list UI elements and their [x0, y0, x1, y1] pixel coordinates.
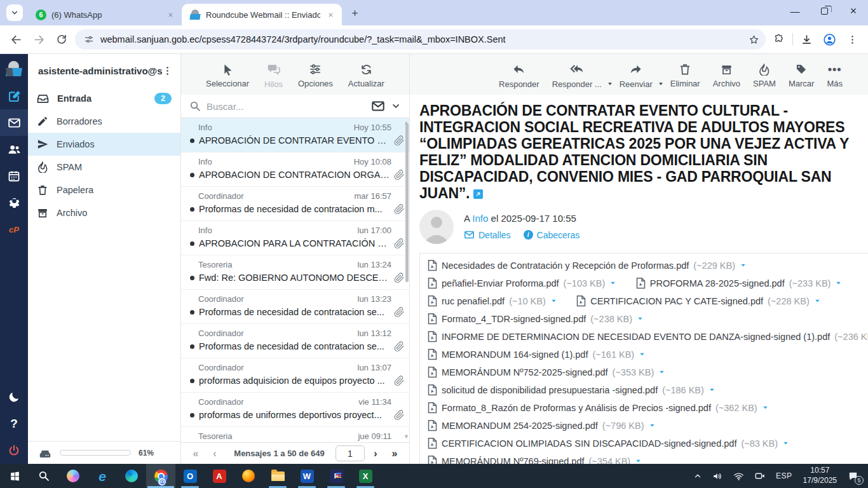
- attachment-chip[interactable]: Formato_8_Razón de Proformas y Análisis …: [428, 402, 769, 414]
- site-settings-icon[interactable]: [84, 34, 94, 44]
- prev-page-button[interactable]: ‹: [207, 448, 223, 459]
- contacts-nav-button[interactable]: [0, 136, 28, 163]
- attachment-menu-icon[interactable]: [835, 280, 842, 287]
- tray-expand-icon[interactable]: [689, 464, 707, 488]
- account-menu-icon[interactable]: [162, 65, 173, 76]
- attachment-chip[interactable]: ruc penafiel.pdf(~10 KB): [428, 295, 557, 308]
- attachment-menu-icon[interactable]: [709, 386, 715, 393]
- attachment-chip[interactable]: CERTIFICACION PAC Y CATE-signed.pdf(~228…: [576, 295, 821, 308]
- logout-icon[interactable]: [0, 437, 28, 464]
- scroll-down-icon[interactable]: ▼: [403, 433, 409, 440]
- folder-archivo[interactable]: Archivo: [28, 201, 180, 224]
- attachment-chip[interactable]: solicitud de disponibilidad presupuestar…: [428, 384, 715, 396]
- acrobat-icon[interactable]: A: [205, 464, 234, 488]
- forward-button[interactable]: Reenviar: [620, 63, 653, 89]
- mail-nav-button[interactable]: [0, 109, 28, 136]
- reload-button[interactable]: [52, 30, 71, 49]
- minimize-button[interactable]: —: [780, 0, 810, 22]
- close-window-button[interactable]: [839, 0, 868, 22]
- folder-enviados[interactable]: Enviados: [28, 133, 180, 156]
- message-row[interactable]: Infolun 17:00 APROBACION PARA LA CONTRAT…: [181, 221, 409, 255]
- volume-icon[interactable]: [708, 464, 728, 488]
- attachment-menu-icon[interactable]: [609, 280, 616, 287]
- message-row[interactable]: Coordinadorlun 13:07 proformas adquisici…: [181, 358, 409, 393]
- reply-all-button[interactable]: Responder ...: [552, 62, 602, 89]
- first-page-button[interactable]: «: [187, 448, 204, 459]
- headers-button[interactable]: iCabeceras: [524, 230, 580, 240]
- archive-button[interactable]: Archivo: [713, 64, 740, 88]
- spam-button[interactable]: SPAM: [753, 64, 776, 88]
- new-tab-button[interactable]: [346, 4, 363, 22]
- reply-all-dropdown-icon[interactable]: [607, 81, 613, 87]
- tab-roundcube[interactable]: Roundcube Webmail :: Enviados: [182, 4, 342, 25]
- folder-entrada[interactable]: Entrada 2: [28, 87, 180, 110]
- open-in-new-window-icon[interactable]: [473, 189, 483, 199]
- attachment-chip[interactable]: Necesidades de Contratación y Recepción …: [428, 259, 747, 272]
- wifi-icon[interactable]: [729, 464, 749, 488]
- mark-button[interactable]: Marcar: [789, 63, 814, 88]
- folder-papelera[interactable]: Papelera: [28, 179, 180, 201]
- last-page-button[interactable]: »: [386, 448, 403, 459]
- attachment-menu-icon[interactable]: [639, 351, 646, 358]
- threads-button[interactable]: Hilos: [264, 63, 283, 89]
- start-button[interactable]: [0, 464, 29, 488]
- file-explorer-icon[interactable]: [263, 464, 292, 488]
- darkmode-icon[interactable]: [0, 384, 28, 410]
- attachment-chip[interactable]: CERTIFICACION OLIMPIADAS SIN DISCAPACIDA…: [428, 437, 789, 450]
- attachment-chip[interactable]: MEMORÁNDUM Nº769-signed.pdf(~354 KB): [428, 455, 642, 464]
- chrome-icon[interactable]: [146, 464, 175, 488]
- attachment-chip[interactable]: MEMORÁNDUM Nº752-2025-signed.pdf(~353 KB…: [428, 366, 665, 379]
- extensions-icon[interactable]: [770, 30, 789, 49]
- more-button[interactable]: •••Más: [827, 63, 843, 88]
- folder-borradores[interactable]: Borradores: [28, 110, 180, 133]
- options-button[interactable]: Opciones: [298, 63, 333, 88]
- message-row[interactable]: InfoHoy 10:55 APROBACIÓN DE CONTRATAR EV…: [181, 118, 409, 152]
- close-tab-icon[interactable]: [325, 10, 336, 20]
- search-input[interactable]: [207, 101, 365, 112]
- forward-dropdown-icon[interactable]: [658, 81, 664, 87]
- forward-button[interactable]: [29, 30, 48, 49]
- message-row[interactable]: Tesorerialun 13:24 Fwd: Re: GOBIERNO AUT…: [181, 255, 409, 290]
- message-row[interactable]: Coordinadormar 16:57 Proformas de necesi…: [181, 187, 409, 221]
- url-text[interactable]: webmail.sanjuan.gob.ec/cpsess4728443724/…: [100, 34, 739, 44]
- refresh-button[interactable]: Actualizar: [348, 64, 384, 88]
- attachment-chip[interactable]: MEMORANDUM 164-signed (1).pdf(~161 KB): [428, 348, 646, 361]
- attachment-menu-icon[interactable]: [740, 262, 747, 269]
- attachment-chip[interactable]: INFORME DE DETERMINACION DE NECESIDAD EV…: [428, 330, 868, 343]
- message-row[interactable]: Coordinadorlun 13:23 Proformas de necesi…: [181, 290, 409, 324]
- next-page-button[interactable]: ›: [367, 448, 384, 459]
- meet-now-icon[interactable]: [750, 464, 770, 488]
- downloads-icon[interactable]: [797, 30, 816, 49]
- search-options-chevron-icon[interactable]: [391, 101, 401, 111]
- compose-button[interactable]: [0, 83, 28, 109]
- cpanel-icon[interactable]: cP: [0, 216, 28, 243]
- language-indicator[interactable]: ESP: [771, 464, 797, 488]
- attachment-chip[interactable]: MEMORANDUM 254-2025-signed.pdf(~796 KB): [428, 419, 656, 432]
- edge-icon[interactable]: [117, 464, 146, 488]
- browser-menu-icon[interactable]: [843, 30, 862, 49]
- attachment-menu-icon[interactable]: [782, 440, 789, 447]
- folder-spam[interactable]: SPAM: [28, 156, 180, 179]
- bookmark-star-icon[interactable]: [745, 31, 762, 48]
- message-row[interactable]: InfoHoy 10:08 APROBACION DE CONTRATACION…: [181, 152, 409, 187]
- attachment-chip[interactable]: peñafiel-Enviar Proforma.pdf(~103 KB): [428, 277, 616, 290]
- reply-button[interactable]: Responder: [499, 63, 539, 89]
- close-tab-icon[interactable]: [165, 10, 175, 20]
- tab-search-button[interactable]: [6, 4, 23, 21]
- attachment-menu-icon[interactable]: [649, 422, 656, 429]
- outlook-icon[interactable]: O: [175, 464, 205, 488]
- internet-explorer-icon[interactable]: e: [88, 464, 117, 488]
- details-button[interactable]: Detalles: [464, 229, 511, 240]
- attachment-menu-icon[interactable]: [658, 369, 665, 376]
- attachment-menu-icon[interactable]: [635, 458, 642, 464]
- page-number-input[interactable]: [336, 445, 365, 461]
- list-scrollbar-thumb[interactable]: [405, 123, 409, 282]
- delete-button[interactable]: Eliminar: [670, 63, 700, 88]
- firefox-icon[interactable]: [234, 464, 263, 488]
- word-icon[interactable]: W: [292, 464, 322, 488]
- excel-icon[interactable]: X: [351, 464, 380, 488]
- attachment-chip[interactable]: Formato_4_TDR-signed-signed.pdf(~238 KB): [428, 313, 644, 325]
- search-scope-mail-icon[interactable]: [371, 99, 385, 113]
- settings-nav-button[interactable]: [0, 189, 28, 216]
- select-button[interactable]: Seleccionar: [206, 64, 249, 88]
